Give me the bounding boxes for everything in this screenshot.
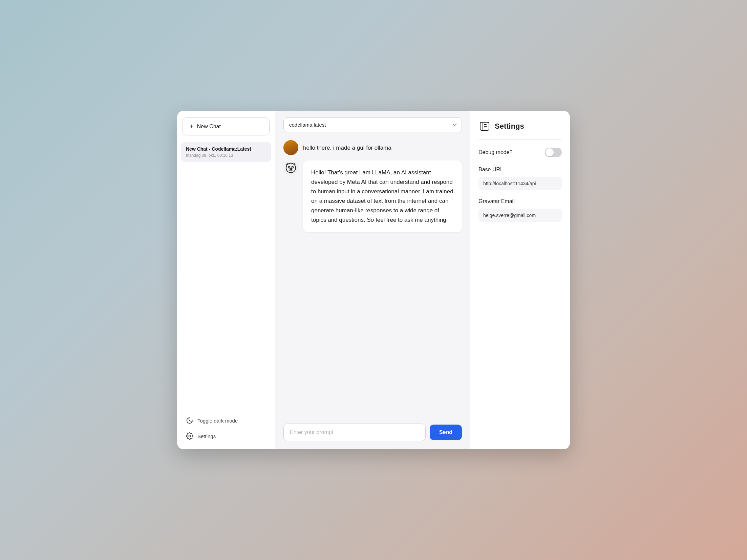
svg-point-6 (290, 146, 291, 147)
new-chat-button[interactable]: + New Chat (183, 117, 270, 135)
debug-mode-toggle[interactable] (545, 148, 562, 157)
settings-header: Settings (478, 120, 562, 139)
main-chat: codellama:latestllama2:latestmistral:lat… (275, 111, 470, 449)
chat-messages: hello there, i made a gui for ollama (275, 137, 470, 419)
prompt-input[interactable] (283, 424, 426, 441)
chat-item-title: New Chat - Codellama:Latest (186, 146, 266, 152)
svg-point-2 (288, 143, 294, 149)
gravatar-email-input[interactable] (478, 209, 562, 222)
svg-point-5 (289, 143, 293, 147)
svg-point-1 (283, 140, 298, 155)
svg-point-7 (292, 146, 293, 147)
ai-message-bubble: Hello! That's great.I am LLaMA, an AI as… (303, 160, 462, 232)
debug-mode-label: Debug mode? (478, 149, 513, 155)
gravatar-email-label: Gravatar Email (478, 198, 562, 204)
ai-avatar (283, 160, 298, 175)
moon-icon (186, 417, 193, 424)
gravatar-email-field: Gravatar Email (478, 198, 562, 222)
user-message-text: hello there, i made a gui for ollama (303, 140, 391, 152)
chat-list: New Chat - Codellama:Latest mandag 09. o… (177, 141, 275, 407)
svg-point-0 (189, 435, 191, 437)
ai-message-text: Hello! That's great.I am LLaMA, an AI as… (311, 169, 453, 223)
svg-point-8 (290, 146, 292, 148)
settings-title: Settings (495, 122, 524, 131)
message-user: hello there, i made a gui for ollama (283, 140, 462, 155)
app-container: + New Chat New Chat - Codellama:Latest m… (177, 111, 570, 449)
sidebar: + New Chat New Chat - Codellama:Latest m… (177, 111, 275, 449)
settings-nav-label: Settings (197, 433, 216, 439)
settings-icon (186, 432, 193, 440)
model-select-bar: codellama:latestllama2:latestmistral:lat… (275, 111, 470, 137)
sidebar-item-dark-mode[interactable]: Toggle dark mode (183, 413, 270, 428)
list-item[interactable]: New Chat - Codellama:Latest mandag 09. o… (181, 142, 271, 162)
send-button[interactable]: Send (430, 425, 462, 440)
svg-point-4 (289, 144, 293, 148)
message-ai: Hello! That's great.I am LLaMA, an AI as… (283, 160, 462, 232)
chat-item-date: mandag 09. okt., 00:10:13 (186, 153, 266, 158)
settings-panel: Settings Debug mode? Base URL Gravatar E… (470, 111, 570, 449)
svg-point-9 (283, 160, 298, 175)
base-url-label: Base URL (478, 167, 562, 173)
debug-mode-row: Debug mode? (478, 148, 562, 157)
dark-mode-label: Toggle dark mode (197, 418, 238, 424)
model-select[interactable]: codellama:latestllama2:latestmistral:lat… (283, 117, 462, 132)
chat-input-area: Send (275, 419, 470, 449)
settings-panel-icon (478, 120, 491, 132)
svg-point-3 (286, 150, 295, 155)
user-avatar (283, 140, 298, 155)
new-chat-label: New Chat (197, 124, 221, 130)
sidebar-item-settings[interactable]: Settings (183, 428, 270, 444)
base-url-field: Base URL (478, 167, 562, 190)
base-url-input[interactable] (478, 177, 562, 190)
sidebar-bottom: Toggle dark mode Settings (177, 407, 275, 449)
plus-icon: + (190, 123, 194, 130)
